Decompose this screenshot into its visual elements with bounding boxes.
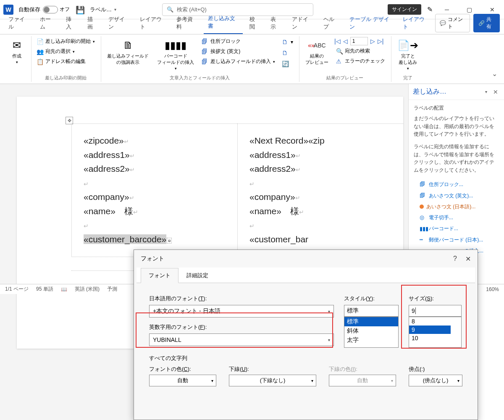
font-color-combo[interactable]: 自動▾ [149,375,216,386]
tab-table-layout[interactable]: レイアウト [399,13,433,34]
tab-addin[interactable]: アドイン [288,13,317,34]
tab-mailings[interactable]: 差し込み文書 [204,12,243,34]
tab-insert[interactable]: 挿入 [62,13,80,34]
first-record-button[interactable]: |◁ [334,38,341,45]
last-record-button[interactable]: ▷| [378,38,384,45]
latin-font-label: 英数字用のフォント(F): [149,323,334,331]
record-number-input[interactable] [350,37,368,45]
underline-color-label: 下線の色(I): [329,365,396,373]
style-option-italic[interactable]: 斜体 [344,326,398,336]
dialog-tabs: フォント 詳細設定 [136,268,475,283]
ribbon: ✉作成▾ 📄差し込み印刷の開始 ▾ 👥宛先の選択 ▾ 📋アドレス帳の編集 差し込… [0,34,504,84]
task-pane-title: 差し込み… [413,87,485,96]
style-option-bold[interactable]: 太字 [344,336,398,345]
select-recipients-button[interactable]: 👥宛先の選択 ▾ [35,47,76,56]
word-count[interactable]: 95 単語 [36,286,53,293]
style-input[interactable]: 標準 [344,305,399,317]
style-list[interactable]: 標準 斜体 太字 [344,317,399,348]
match-fields-button[interactable]: 🗋 [280,49,290,57]
size-label: サイズ(S): [409,295,462,302]
dialog-close-button[interactable]: ✕ [465,255,471,263]
find-recipient-button[interactable]: 🔍宛先の検索 [334,47,372,55]
emphasis-combo[interactable]: (傍点なし)▾ [409,375,462,386]
address-block-button[interactable]: 🗐住所ブロック [200,37,242,46]
ribbon-collapse-button[interactable]: ⌄ [488,36,501,82]
jp-font-combo[interactable]: +本文のフォント - 日本語▾ [149,305,334,318]
tab-review[interactable]: 校閲 [245,13,264,34]
tab-help[interactable]: ヘルプ [319,13,343,34]
preview-results-button[interactable]: « »ABC結果の プレビュー [303,37,331,74]
tab-references[interactable]: 参考資料 [172,13,201,34]
highlight-merge-fields-button[interactable]: 🗎差し込みフィールド の強調表示 [105,37,151,74]
check-errors-button[interactable]: ⚠エラーのチェック [334,57,387,66]
label-cell-2[interactable]: «Next Record»«zip «address1»↵ «address2»… [237,123,403,257]
link-greeting-en[interactable]: 🗐あいさつ文 (英文)... [414,190,499,202]
label-cell-1[interactable]: «zipcode»↵ «address1»↵ «address2»↵ ↵ «co… [71,123,237,257]
task-pane-close-button[interactable]: ✕ [491,89,500,95]
all-text-section-label: すべての文字列 [149,354,462,362]
share-button[interactable]: 🔗 共有 [473,14,500,32]
ribbon-group-preview: « »ABC結果の プレビュー |◁ ◁ ▷ ▷| 🔍宛先の検索 ⚠エラーのチェ… [299,36,391,82]
greeting-line-button[interactable]: 🗐挨拶文 (英文) [200,47,242,56]
proofing-icon[interactable]: 📖 [61,286,67,292]
size-input[interactable]: 9 [409,305,462,317]
size-option-8[interactable]: 8 [409,317,461,326]
check-icon: ⚠ [336,58,343,65]
underline-label: 下線(U): [229,365,316,373]
match-icon: 🗋 [282,50,289,56]
size-option-9[interactable]: 9 [409,326,451,334]
tab-file[interactable]: ファイル [4,13,33,34]
page-status[interactable]: 1/1 ページ [5,286,29,293]
latin-font-combo[interactable]: YUBINALL▾ [149,333,334,346]
underline-color-combo: 自動▾ [329,375,396,386]
start-mail-merge-button[interactable]: 📄差し込み印刷の開始 ▾ [35,37,97,46]
comments-button[interactable]: 💬 コメント [435,14,470,32]
document-name[interactable]: ラベル… ▾ [90,6,116,13]
tab-home[interactable]: ホーム [36,13,60,34]
style-label: スタイル(Y): [344,295,399,302]
tab-view[interactable]: 表示 [266,13,285,34]
barcode-icon: ▮▮▮▮ [165,39,186,52]
tab-table-design[interactable]: テーブル デザイン [345,13,396,34]
task-pane-menu-button[interactable]: ▾ [485,89,487,94]
rules-button[interactable]: 🗋▾ [280,38,295,46]
task-pane-paragraph-2: ラベルに宛先の情報を追加するには、ラベルで情報を追加する場所をクリックし、次のい… [414,143,499,174]
link-electronic-stamp[interactable]: ◎電子切手... [414,212,499,223]
record-navigation: |◁ ◁ ▷ ▷| [334,37,383,45]
size-list[interactable]: 8 9 10 [409,317,462,348]
tab-design[interactable]: デザイン [104,13,133,34]
autosave-toggle[interactable] [43,6,58,13]
zoom-level[interactable]: 160% [486,286,499,292]
barcode-field-button[interactable]: ▮▮▮▮バーコード フィールドの挿入▾ [155,37,197,74]
finish-merge-button[interactable]: 📄➔完了と 差し込み▾ [395,37,421,74]
dialog-title: フォント [141,255,164,262]
create-button[interactable]: ✉作成▾ [7,37,27,80]
insert-merge-field-button[interactable]: 🗐差し込みフィールドの挿入 ▾ [200,57,277,66]
dialog-help-button[interactable]: ? [453,255,457,263]
recipients-icon: 👥 [37,48,43,55]
selected-merge-field[interactable]: «customer_barcode» [84,234,166,244]
link-postal-barcode[interactable]: ┅郵便バーコード (日本)... [414,234,499,246]
link-greeting-jp[interactable]: あいさつ文 (日本語)... [414,202,499,212]
update-labels-button[interactable]: 🔄 [280,60,290,68]
pen-icon[interactable]: ✎ [427,5,433,13]
document-icon: 📄 [37,38,43,45]
next-record-button[interactable]: ▷ [370,38,375,45]
greeting-icon: 🗐 [202,48,208,55]
size-option-10[interactable]: 10 [409,334,461,342]
language-status[interactable]: 英語 (米国) [75,286,100,293]
dialog-tab-advanced[interactable]: 詳細設定 [178,268,216,283]
dialog-title-bar[interactable]: フォント ? ✕ [134,250,478,268]
dialog-tab-font[interactable]: フォント [141,268,178,283]
underline-combo[interactable]: (下線なし)▾ [229,375,316,386]
predict-status[interactable]: 予測 [107,286,117,293]
link-address-block[interactable]: 🗐住所ブロック... [414,179,499,190]
link-barcode[interactable]: ▮▮▮バーコード... [414,223,499,235]
tab-layout[interactable]: レイアウト [136,13,170,34]
style-option-normal[interactable]: 標準 [344,317,398,326]
save-icon[interactable]: 💾 [76,5,84,14]
edit-recipients-button[interactable]: 📋アドレス帳の編集 [35,57,87,66]
update-icon: 🔄 [282,60,289,67]
tab-draw[interactable]: 描画 [83,13,102,34]
prev-record-button[interactable]: ◁ [343,38,348,45]
